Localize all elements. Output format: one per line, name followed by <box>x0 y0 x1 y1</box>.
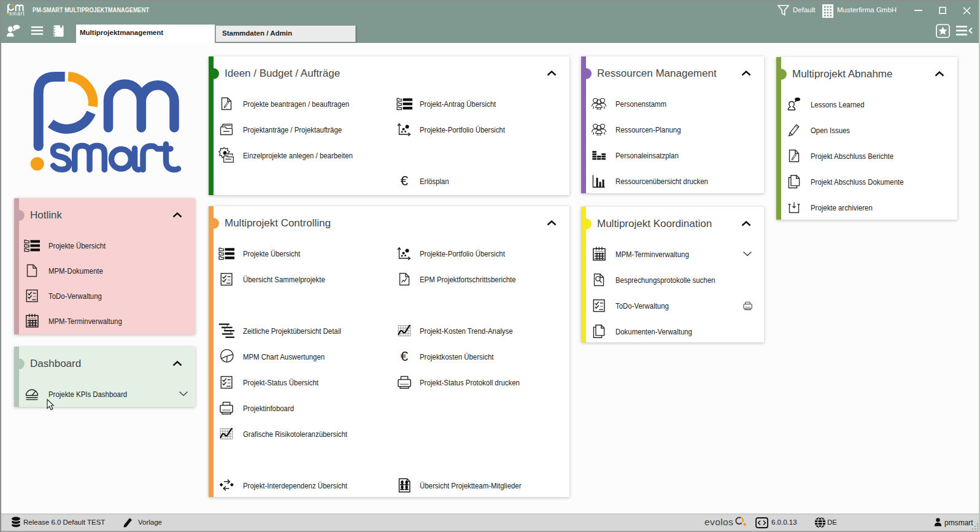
svg-text:smart: smart <box>9 10 25 17</box>
